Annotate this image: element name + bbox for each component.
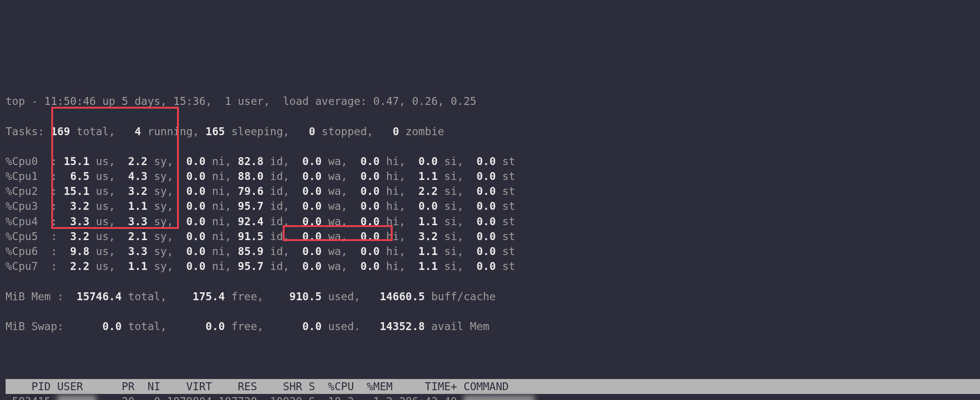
mem-line: MiB Mem : 15746.4 total, 175.4 free, 910… <box>6 289 980 304</box>
cpu-line-1: %Cpu1 : 6.5 us, 4.3 sy, 0.0 ni, 88.0 id,… <box>6 169 980 184</box>
terminal-output[interactable]: top - 11:50:46 up 5 days, 15:36, 1 user,… <box>0 75 980 400</box>
cpu-line-6: %Cpu6 : 9.8 us, 3.3 sy, 0.0 ni, 85.9 id,… <box>6 244 980 259</box>
cpu-line-0: %Cpu0 : 15.1 us, 2.2 sy, 0.0 ni, 82.8 id… <box>6 154 980 169</box>
cpu-line-5: %Cpu5 : 3.2 us, 2.1 sy, 0.0 ni, 91.5 id,… <box>6 229 980 244</box>
cpu-line-4: %Cpu4 : 3.3 us, 3.3 sy, 0.0 ni, 92.4 id,… <box>6 214 980 229</box>
blank-line <box>6 349 980 364</box>
cpu-line-7: %Cpu7 : 2.2 us, 1.1 sy, 0.0 ni, 95.7 id,… <box>6 259 980 274</box>
cpu-line-3: %Cpu3 : 3.2 us, 1.1 sy, 0.0 ni, 95.7 id,… <box>6 199 980 214</box>
swap-line: MiB Swap: 0.0 total, 0.0 free, 0.0 used.… <box>6 319 980 334</box>
tasks-line: Tasks: 169 total, 4 running, 165 sleepin… <box>6 124 980 139</box>
cpu-line-2: %Cpu2 : 15.1 us, 3.2 sy, 0.0 ni, 79.6 id… <box>6 184 980 199</box>
top-summary-line: top - 11:50:46 up 5 days, 15:36, 1 user,… <box>6 94 980 109</box>
process-row-0: 583415 ██████ 20 0 1879804 197728 10920 … <box>6 394 980 400</box>
process-header-row: PID USER PR NI VIRT RES SHR S %CPU %MEM … <box>6 379 980 394</box>
